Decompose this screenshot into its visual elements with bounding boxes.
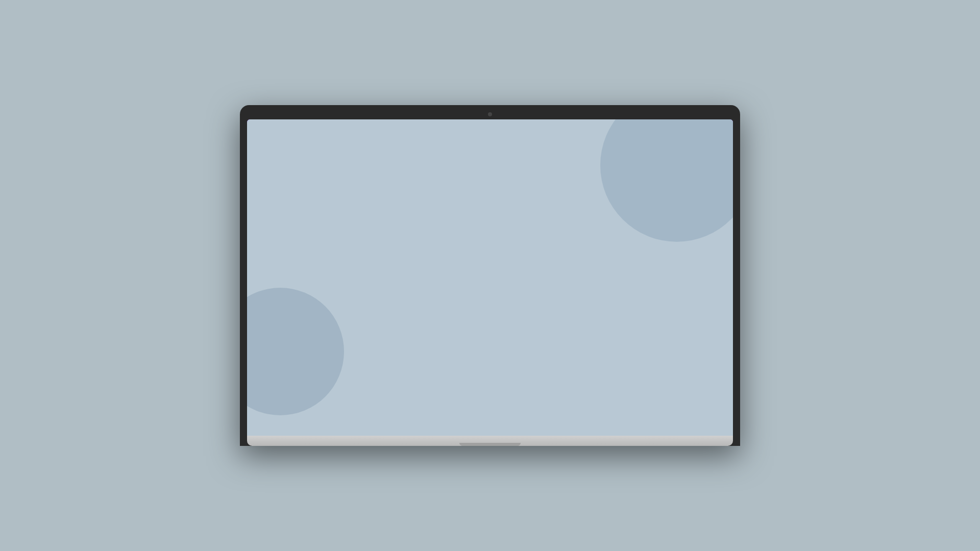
laptop-base [247,436,733,446]
background-decoration [247,119,733,436]
laptop-camera [488,112,492,116]
